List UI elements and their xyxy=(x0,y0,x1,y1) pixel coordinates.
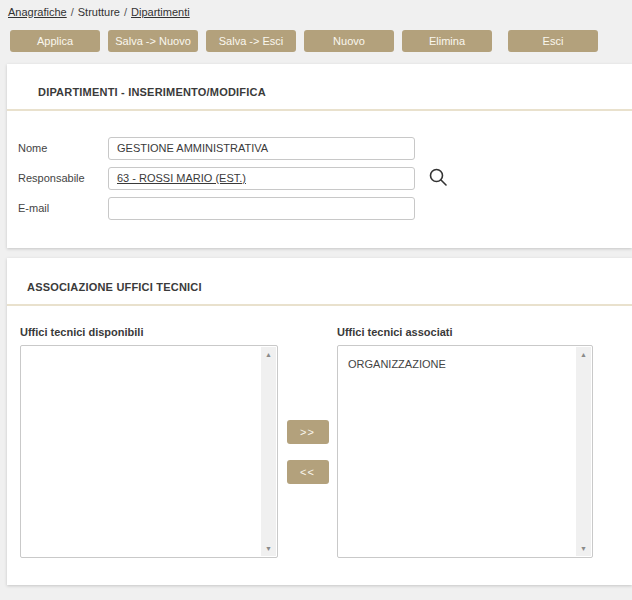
associated-listbox[interactable]: ORGANIZZAZIONE ▲ ▼ xyxy=(337,345,593,558)
scroll-up-icon[interactable]: ▲ xyxy=(265,347,272,362)
toolbar: Applica Salva -> Nuovo Salva -> Esci Nuo… xyxy=(10,30,632,52)
scroll-up-icon[interactable]: ▲ xyxy=(580,347,587,362)
associated-items: ORGANIZZAZIONE xyxy=(338,346,592,370)
search-icon xyxy=(428,167,448,190)
available-column: Uffici tecnici disponibili ▲ ▼ xyxy=(20,326,278,558)
nome-label: Nome xyxy=(18,142,108,154)
applica-button[interactable]: Applica xyxy=(10,30,100,52)
available-items xyxy=(21,346,277,358)
breadcrumb-separator: / xyxy=(71,6,74,18)
list-item[interactable]: ORGANIZZAZIONE xyxy=(348,358,568,370)
nome-input[interactable] xyxy=(108,137,415,160)
esci-button[interactable]: Esci xyxy=(508,30,598,52)
available-list-label: Uffici tecnici disponibili xyxy=(20,326,278,338)
breadcrumb-link-dipartimenti[interactable]: Dipartimenti xyxy=(131,6,190,18)
email-label: E-mail xyxy=(18,202,108,214)
scroll-down-icon[interactable]: ▼ xyxy=(265,541,272,556)
email-row: E-mail xyxy=(18,196,632,220)
salva-esci-button[interactable]: Salva -> Esci xyxy=(206,30,296,52)
available-listbox[interactable]: ▲ ▼ xyxy=(20,345,278,558)
associazione-panel: ASSOCIAZIONE UFFICI TECNICI Uffici tecni… xyxy=(7,258,632,585)
move-left-button[interactable]: << xyxy=(287,460,329,484)
responsabile-row: Responsabile 63 - ROSSI MARIO (EST.) xyxy=(18,166,632,190)
breadcrumb-link-anagrafiche[interactable]: Anagrafiche xyxy=(8,6,67,18)
associated-scrollbar[interactable]: ▲ ▼ xyxy=(576,347,591,556)
responsabile-label: Responsabile xyxy=(18,172,108,184)
form-panel-title: DIPARTIMENTI - INSERIMENTO/MODIFICA xyxy=(7,64,632,98)
email-input[interactable] xyxy=(108,197,415,220)
responsabile-link[interactable]: 63 - ROSSI MARIO (EST.) xyxy=(117,172,246,184)
nuovo-button[interactable]: Nuovo xyxy=(304,30,394,52)
dipartimento-form: Nome Responsabile 63 - ROSSI MARIO (EST.… xyxy=(18,136,632,220)
breadcrumb: Anagrafiche/Strutture/Dipartimenti xyxy=(0,0,632,18)
elimina-button[interactable]: Elimina xyxy=(402,30,492,52)
associated-column: Uffici tecnici associati ORGANIZZAZIONE … xyxy=(337,326,593,558)
dipartimenti-form-panel: DIPARTIMENTI - INSERIMENTO/MODIFICA Nome… xyxy=(7,64,632,248)
association-panel-title: ASSOCIAZIONE UFFICI TECNICI xyxy=(7,258,632,293)
panel-title-rule xyxy=(7,304,632,306)
available-scrollbar[interactable]: ▲ ▼ xyxy=(261,347,276,556)
nome-row: Nome xyxy=(18,136,632,160)
panel-title-rule xyxy=(7,109,632,111)
associated-list-label: Uffici tecnici associati xyxy=(337,326,593,338)
dual-listbox: Uffici tecnici disponibili ▲ ▼ >> << Uff… xyxy=(20,326,632,558)
breadcrumb-item-strutture: Strutture xyxy=(78,6,120,18)
breadcrumb-separator: / xyxy=(124,6,127,18)
move-right-button[interactable]: >> xyxy=(287,420,329,444)
responsabile-lookup-button[interactable] xyxy=(427,167,449,189)
transfer-controls: >> << xyxy=(278,326,337,558)
responsabile-field[interactable]: 63 - ROSSI MARIO (EST.) xyxy=(108,167,415,190)
scroll-down-icon[interactable]: ▼ xyxy=(580,541,587,556)
salva-nuovo-button[interactable]: Salva -> Nuovo xyxy=(108,30,198,52)
